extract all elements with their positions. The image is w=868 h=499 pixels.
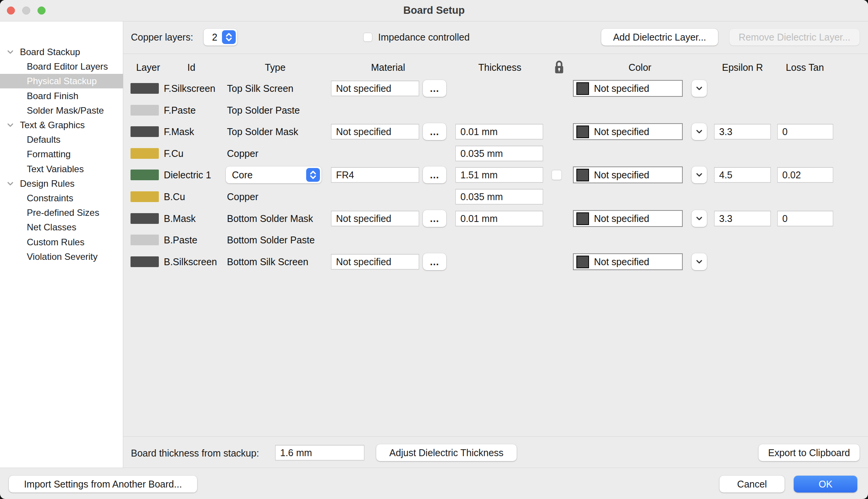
color-swatch (576, 169, 589, 181)
thickness-field[interactable] (455, 167, 543, 183)
layer-type: Top Silk Screen (227, 83, 294, 94)
chevron-down-icon[interactable] (6, 121, 15, 129)
thickness-field[interactable] (455, 211, 543, 226)
sidebar-item-text-graphics[interactable]: Text & Graphics (0, 118, 123, 132)
sidebar-item-pre-defined-sizes[interactable]: Pre-defined Sizes (0, 205, 123, 220)
material-field[interactable] (331, 211, 419, 226)
column-header-material: Material (371, 62, 405, 73)
color-select[interactable]: Not specified (573, 166, 683, 183)
cancel-button[interactable]: Cancel (720, 476, 785, 492)
thickness-lock-checkbox[interactable] (551, 170, 562, 180)
layer-type: Top Solder Paste (227, 105, 300, 116)
sidebar-item-label: Defaults (0, 134, 60, 145)
sidebar-item-formatting[interactable]: Formatting (0, 147, 123, 161)
sidebar-item-label: Board Editor Layers (0, 61, 108, 72)
stepper-icon[interactable] (222, 30, 236, 44)
sidebar-item-net-classes[interactable]: Net Classes (0, 220, 123, 235)
impedance-controlled-checkbox[interactable] (363, 33, 372, 42)
thickness-field[interactable] (455, 124, 543, 139)
color-swatch (576, 256, 589, 268)
layer-type: Copper (227, 148, 258, 159)
material-browse-button[interactable]: ... (423, 166, 446, 183)
material-browse-button[interactable]: ... (423, 210, 446, 227)
color-dropdown-button[interactable] (692, 123, 707, 140)
color-dropdown-button[interactable] (692, 253, 707, 270)
layer-type: Copper (227, 191, 258, 202)
impedance-controlled-label: Impedance controlled (378, 32, 470, 43)
sidebar-item-label: Violation Severity (0, 251, 98, 262)
import-settings-button[interactable]: Import Settings from Another Board... (9, 476, 197, 492)
copper-layers-select[interactable]: 2 (204, 29, 237, 46)
lock-icon (553, 59, 566, 75)
sidebar-item-label: Constraints (0, 193, 73, 204)
color-select[interactable]: Not specified (573, 210, 683, 227)
zoom-icon[interactable] (38, 7, 46, 15)
color-value: Not specified (594, 256, 649, 267)
sidebar-item-defaults[interactable]: Defaults (0, 132, 123, 147)
color-select[interactable]: Not specified (573, 80, 683, 97)
sidebar-item-label: Formatting (0, 149, 71, 160)
layer-id: F.Silkscreen (164, 83, 215, 94)
layer-color-chip (131, 256, 159, 267)
sidebar-item-text-variables[interactable]: Text Variables (0, 162, 123, 176)
layer-color-chip (131, 105, 159, 116)
add-dielectric-layer-button[interactable]: Add Dielectric Layer... (601, 29, 718, 46)
column-header-type: Type (265, 62, 286, 73)
material-field[interactable] (331, 124, 419, 139)
material-browse-button[interactable]: ... (423, 123, 446, 140)
column-header-thickness: Thickness (478, 62, 522, 73)
title-bar: Board Setup (0, 0, 868, 21)
stepper-icon (306, 168, 320, 182)
epsilon-r-field[interactable] (714, 211, 771, 226)
sidebar-item-label: Custom Rules (0, 237, 85, 248)
settings-nav-tree: Board Stackup Board Editor Layers Physic… (0, 21, 123, 468)
material-browse-button[interactable]: ... (423, 80, 446, 97)
close-icon[interactable] (7, 7, 15, 15)
epsilon-r-field[interactable] (714, 124, 771, 139)
sidebar-item-design-rules[interactable]: Design Rules (0, 176, 123, 191)
chevron-down-icon[interactable] (6, 179, 15, 188)
sidebar-item-label: Board Finish (0, 91, 78, 101)
color-swatch (576, 212, 589, 225)
epsilon-r-field[interactable] (714, 167, 771, 183)
sidebar-item-violation-severity[interactable]: Violation Severity (0, 250, 123, 264)
loss-tan-field[interactable] (777, 211, 833, 226)
board-thickness-label: Board thickness from stackup: (131, 448, 259, 459)
layer-id: F.Mask (164, 126, 194, 137)
column-header-loss: Loss Tan (786, 62, 824, 73)
window-title: Board Setup (403, 5, 465, 16)
sidebar-item-custom-rules[interactable]: Custom Rules (0, 235, 123, 250)
color-value: Not specified (594, 170, 649, 181)
thickness-field[interactable] (455, 146, 543, 161)
layer-type: Top Solder Mask (227, 126, 298, 137)
color-select[interactable]: Not specified (573, 123, 683, 140)
sidebar-item-board-editor-layers[interactable]: Board Editor Layers (0, 59, 123, 74)
sidebar-item-physical-stackup[interactable]: Physical Stackup (0, 74, 123, 88)
sidebar-item-solder-mask-paste[interactable]: Solder Mask/Paste (0, 103, 123, 118)
sidebar-item-label: Text Variables (0, 164, 84, 174)
loss-tan-field[interactable] (777, 167, 833, 183)
color-dropdown-button[interactable] (692, 166, 707, 183)
divider (0, 468, 868, 468)
material-field[interactable] (331, 167, 419, 183)
material-field[interactable] (331, 81, 419, 96)
chevron-down-icon[interactable] (6, 48, 15, 56)
board-thickness-field[interactable] (275, 445, 364, 460)
material-field[interactable] (331, 254, 419, 269)
adjust-dielectric-thickness-button[interactable]: Adjust Dielectric Thickness (376, 444, 517, 461)
sidebar-item-board-finish[interactable]: Board Finish (0, 89, 123, 103)
sidebar-item-constraints[interactable]: Constraints (0, 191, 123, 205)
color-select[interactable]: Not specified (573, 253, 683, 270)
color-dropdown-button[interactable] (692, 80, 707, 97)
color-value: Not specified (594, 126, 649, 137)
dielectric-type-select[interactable]: Core (226, 166, 321, 183)
material-browse-button[interactable]: ... (423, 253, 446, 270)
export-to-clipboard-button[interactable]: Export to Clipboard (759, 444, 860, 461)
sidebar-item-board-stackup[interactable]: Board Stackup (0, 45, 123, 59)
loss-tan-field[interactable] (777, 124, 833, 139)
color-dropdown-button[interactable] (692, 210, 707, 227)
thickness-field[interactable] (455, 189, 543, 204)
layer-color-chip (131, 148, 159, 159)
copper-layers-label: Copper layers: (131, 32, 193, 43)
ok-button[interactable]: OK (794, 476, 857, 492)
